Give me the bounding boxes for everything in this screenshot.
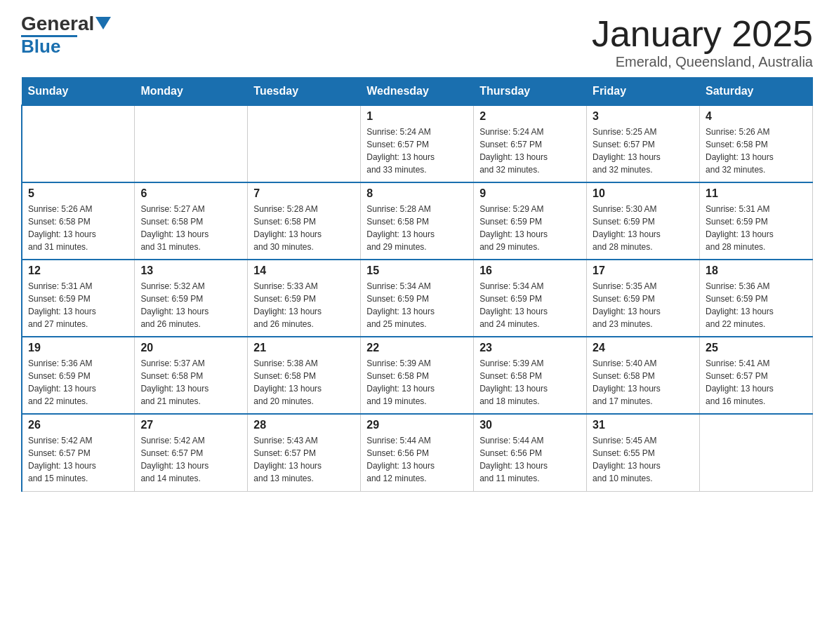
col-tuesday: Tuesday (248, 78, 361, 106)
calendar-cell: 20Sunrise: 5:37 AM Sunset: 6:58 PM Dayli… (135, 337, 248, 414)
day-number: 11 (706, 187, 807, 200)
day-number: 23 (479, 342, 581, 354)
day-info: Sunrise: 5:44 AM Sunset: 6:56 PM Dayligh… (366, 434, 468, 485)
page-title: January 2025 (592, 14, 813, 54)
day-number: 6 (140, 187, 241, 200)
calendar-cell: 14Sunrise: 5:33 AM Sunset: 6:59 PM Dayli… (248, 260, 361, 337)
logo: General Blue (21, 14, 111, 55)
calendar-cell: 13Sunrise: 5:32 AM Sunset: 6:59 PM Dayli… (135, 260, 248, 337)
logo-triangle-icon (95, 17, 111, 29)
calendar-cell: 30Sunrise: 5:44 AM Sunset: 6:56 PM Dayli… (474, 414, 587, 491)
calendar-cell: 4Sunrise: 5:26 AM Sunset: 6:58 PM Daylig… (700, 105, 813, 182)
day-number: 5 (28, 187, 128, 200)
day-number: 24 (593, 342, 694, 354)
calendar-cell: 6Sunrise: 5:27 AM Sunset: 6:58 PM Daylig… (135, 182, 248, 260)
day-info: Sunrise: 5:24 AM Sunset: 6:57 PM Dayligh… (479, 126, 581, 176)
col-monday: Monday (135, 78, 248, 106)
calendar-cell: 26Sunrise: 5:42 AM Sunset: 6:57 PM Dayli… (22, 414, 135, 491)
logo-blue: Blue (21, 36, 60, 57)
day-info: Sunrise: 5:26 AM Sunset: 6:58 PM Dayligh… (28, 203, 128, 253)
day-info: Sunrise: 5:33 AM Sunset: 6:59 PM Dayligh… (253, 280, 355, 330)
logo-general: General (21, 14, 94, 34)
day-info: Sunrise: 5:45 AM Sunset: 6:55 PM Dayligh… (593, 434, 694, 485)
day-number: 12 (28, 264, 128, 277)
calendar-body: 1Sunrise: 5:24 AM Sunset: 6:57 PM Daylig… (22, 105, 813, 491)
day-number: 28 (253, 419, 355, 431)
calendar-cell: 19Sunrise: 5:36 AM Sunset: 6:59 PM Dayli… (22, 337, 135, 414)
calendar-cell: 7Sunrise: 5:28 AM Sunset: 6:58 PM Daylig… (248, 182, 361, 260)
calendar-cell: 5Sunrise: 5:26 AM Sunset: 6:58 PM Daylig… (22, 182, 135, 260)
day-info: Sunrise: 5:40 AM Sunset: 6:58 PM Dayligh… (593, 357, 694, 408)
day-number: 8 (366, 187, 468, 200)
day-info: Sunrise: 5:38 AM Sunset: 6:58 PM Dayligh… (253, 357, 355, 408)
calendar-cell: 28Sunrise: 5:43 AM Sunset: 6:57 PM Dayli… (248, 414, 361, 491)
calendar-week-1: 1Sunrise: 5:24 AM Sunset: 6:57 PM Daylig… (22, 105, 813, 182)
day-number: 1 (366, 110, 468, 123)
day-info: Sunrise: 5:29 AM Sunset: 6:59 PM Dayligh… (479, 203, 581, 253)
calendar-cell: 15Sunrise: 5:34 AM Sunset: 6:59 PM Dayli… (361, 260, 474, 337)
calendar-cell: 17Sunrise: 5:35 AM Sunset: 6:59 PM Dayli… (587, 260, 700, 337)
day-number: 31 (593, 419, 694, 431)
day-info: Sunrise: 5:34 AM Sunset: 6:59 PM Dayligh… (366, 280, 468, 330)
day-info: Sunrise: 5:26 AM Sunset: 6:58 PM Dayligh… (706, 126, 807, 176)
calendar-cell: 10Sunrise: 5:30 AM Sunset: 6:59 PM Dayli… (587, 182, 700, 260)
calendar-cell: 22Sunrise: 5:39 AM Sunset: 6:58 PM Dayli… (361, 337, 474, 414)
day-info: Sunrise: 5:34 AM Sunset: 6:59 PM Dayligh… (479, 280, 581, 330)
calendar-cell (22, 105, 135, 182)
day-number: 20 (140, 342, 241, 354)
day-info: Sunrise: 5:36 AM Sunset: 6:59 PM Dayligh… (706, 280, 807, 330)
col-thursday: Thursday (474, 78, 587, 106)
day-info: Sunrise: 5:35 AM Sunset: 6:59 PM Dayligh… (593, 280, 694, 330)
calendar-cell: 21Sunrise: 5:38 AM Sunset: 6:58 PM Dayli… (248, 337, 361, 414)
calendar-week-4: 19Sunrise: 5:36 AM Sunset: 6:59 PM Dayli… (22, 337, 813, 414)
day-number: 10 (593, 187, 694, 200)
day-number: 17 (593, 264, 694, 277)
header-row: Sunday Monday Tuesday Wednesday Thursday… (22, 78, 813, 106)
day-info: Sunrise: 5:41 AM Sunset: 6:57 PM Dayligh… (706, 357, 807, 408)
day-info: Sunrise: 5:31 AM Sunset: 6:59 PM Dayligh… (706, 203, 807, 253)
calendar-cell: 2Sunrise: 5:24 AM Sunset: 6:57 PM Daylig… (474, 105, 587, 182)
day-number: 14 (253, 264, 355, 277)
day-number: 16 (479, 264, 581, 277)
day-number: 7 (253, 187, 355, 200)
day-info: Sunrise: 5:42 AM Sunset: 6:57 PM Dayligh… (140, 434, 241, 485)
calendar-cell: 24Sunrise: 5:40 AM Sunset: 6:58 PM Dayli… (587, 337, 700, 414)
calendar-cell: 23Sunrise: 5:39 AM Sunset: 6:58 PM Dayli… (474, 337, 587, 414)
page-header: General Blue January 2025 Emerald, Queen… (21, 14, 813, 70)
day-number: 3 (593, 110, 694, 123)
calendar-table: Sunday Monday Tuesday Wednesday Thursday… (21, 77, 813, 492)
calendar-cell: 27Sunrise: 5:42 AM Sunset: 6:57 PM Dayli… (135, 414, 248, 491)
day-info: Sunrise: 5:36 AM Sunset: 6:59 PM Dayligh… (28, 357, 128, 408)
calendar-week-5: 26Sunrise: 5:42 AM Sunset: 6:57 PM Dayli… (22, 414, 813, 491)
day-info: Sunrise: 5:28 AM Sunset: 6:58 PM Dayligh… (253, 203, 355, 253)
calendar-cell (700, 414, 813, 491)
day-number: 15 (366, 264, 468, 277)
col-friday: Friday (587, 78, 700, 106)
day-number: 2 (479, 110, 581, 123)
day-info: Sunrise: 5:43 AM Sunset: 6:57 PM Dayligh… (253, 434, 355, 485)
calendar-cell: 11Sunrise: 5:31 AM Sunset: 6:59 PM Dayli… (700, 182, 813, 260)
calendar-cell: 18Sunrise: 5:36 AM Sunset: 6:59 PM Dayli… (700, 260, 813, 337)
calendar-cell: 25Sunrise: 5:41 AM Sunset: 6:57 PM Dayli… (700, 337, 813, 414)
calendar-week-3: 12Sunrise: 5:31 AM Sunset: 6:59 PM Dayli… (22, 260, 813, 337)
calendar-cell: 29Sunrise: 5:44 AM Sunset: 6:56 PM Dayli… (361, 414, 474, 491)
day-number: 19 (28, 342, 128, 354)
calendar-cell: 16Sunrise: 5:34 AM Sunset: 6:59 PM Dayli… (474, 260, 587, 337)
day-number: 27 (140, 419, 241, 431)
day-number: 4 (706, 110, 807, 123)
day-info: Sunrise: 5:42 AM Sunset: 6:57 PM Dayligh… (28, 434, 128, 485)
day-info: Sunrise: 5:32 AM Sunset: 6:59 PM Dayligh… (140, 280, 241, 330)
day-number: 22 (366, 342, 468, 354)
col-saturday: Saturday (700, 78, 813, 106)
day-number: 9 (479, 187, 581, 200)
calendar-cell: 3Sunrise: 5:25 AM Sunset: 6:57 PM Daylig… (587, 105, 700, 182)
col-sunday: Sunday (22, 78, 135, 106)
day-number: 25 (706, 342, 807, 354)
day-info: Sunrise: 5:24 AM Sunset: 6:57 PM Dayligh… (366, 126, 468, 176)
day-info: Sunrise: 5:27 AM Sunset: 6:58 PM Dayligh… (140, 203, 241, 253)
calendar-cell: 12Sunrise: 5:31 AM Sunset: 6:59 PM Dayli… (22, 260, 135, 337)
title-block: January 2025 Emerald, Queensland, Austra… (592, 14, 813, 70)
col-wednesday: Wednesday (361, 78, 474, 106)
calendar-header: Sunday Monday Tuesday Wednesday Thursday… (22, 78, 813, 106)
calendar-cell: 31Sunrise: 5:45 AM Sunset: 6:55 PM Dayli… (587, 414, 700, 491)
